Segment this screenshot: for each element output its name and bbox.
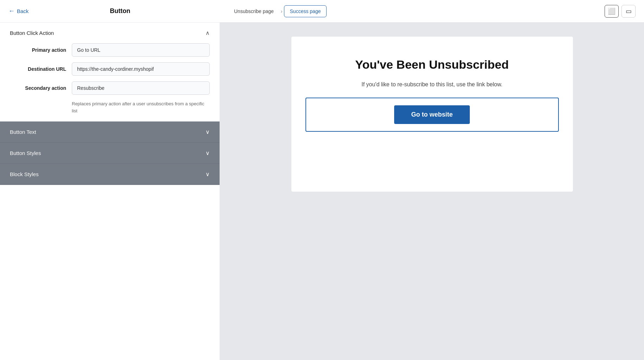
desktop-icon: ⬜	[608, 7, 615, 15]
collapse-icon: ∧	[206, 30, 210, 36]
preview-subtext: If you'd like to re-subscribe to this li…	[361, 81, 503, 88]
section-block-styles-header[interactable]: Block Styles ∨	[0, 164, 220, 185]
secondary-action-input[interactable]	[72, 81, 210, 95]
back-label: Back	[17, 8, 29, 14]
section-button-text: Button Text ∨	[0, 122, 220, 143]
section-button-styles: Button Styles ∨	[0, 143, 220, 164]
section-button-click-action: Button Click Action ∧ Primary action Des…	[0, 23, 220, 122]
expand-button-styles-icon: ∨	[206, 150, 210, 156]
preview-card: You've Been Unsubscribed If you'd like t…	[291, 37, 573, 192]
main-content: Button Click Action ∧ Primary action Des…	[0, 23, 644, 360]
preview-panel: You've Been Unsubscribed If you'd like t…	[220, 23, 644, 360]
desktop-view-button[interactable]: ⬜	[605, 5, 619, 18]
section-block-styles-title: Block Styles	[10, 171, 39, 177]
destination-url-input[interactable]	[72, 62, 210, 76]
expand-button-text-icon: ∨	[206, 129, 210, 135]
section-button-text-header[interactable]: Button Text ∨	[0, 122, 220, 142]
preview-button-wrapper: Go to website	[305, 98, 559, 132]
page-title: Button	[29, 7, 211, 15]
left-panel: Button Click Action ∧ Primary action Des…	[0, 23, 220, 360]
primary-action-row: Primary action	[10, 43, 210, 57]
header-left: ← Back Button	[0, 7, 220, 15]
back-arrow-icon: ←	[8, 7, 15, 15]
app-header: ← Back Button Unsubscribe page › Success…	[0, 0, 644, 23]
header-right: Unsubscribe page › Success page ⬜ ▭	[220, 5, 644, 18]
section-button-click-action-title: Button Click Action	[10, 30, 54, 36]
section-button-click-action-header[interactable]: Button Click Action ∧	[10, 30, 210, 36]
view-toggle-group: ⬜ ▭	[605, 5, 636, 18]
preview-cta-button[interactable]: Go to website	[394, 105, 469, 124]
primary-action-label: Primary action	[10, 47, 66, 53]
section-button-styles-header[interactable]: Button Styles ∨	[0, 143, 220, 163]
section-button-text-title: Button Text	[10, 129, 36, 135]
secondary-action-row: Secondary action	[10, 81, 210, 95]
secondary-action-hint: Replaces primary action after a user uns…	[72, 100, 210, 114]
section-block-styles: Block Styles ∨	[0, 164, 220, 185]
tab-unsubscribe-page[interactable]: Unsubscribe page	[228, 6, 279, 17]
expand-block-styles-icon: ∨	[206, 171, 210, 178]
destination-url-label: Destination URL	[10, 66, 66, 72]
form-fields: Primary action Destination URL Secondary…	[10, 43, 210, 114]
section-button-styles-title: Button Styles	[10, 150, 41, 156]
destination-url-row: Destination URL	[10, 62, 210, 76]
secondary-action-label: Secondary action	[10, 85, 66, 91]
tab-success-page[interactable]: Success page	[284, 5, 327, 17]
primary-action-input[interactable]	[72, 43, 210, 57]
back-button[interactable]: ← Back	[8, 7, 29, 15]
tab-separator-icon: ›	[279, 8, 284, 14]
tablet-view-button[interactable]: ▭	[621, 5, 636, 18]
tablet-icon: ▭	[626, 7, 632, 15]
preview-heading: You've Been Unsubscribed	[355, 58, 509, 72]
